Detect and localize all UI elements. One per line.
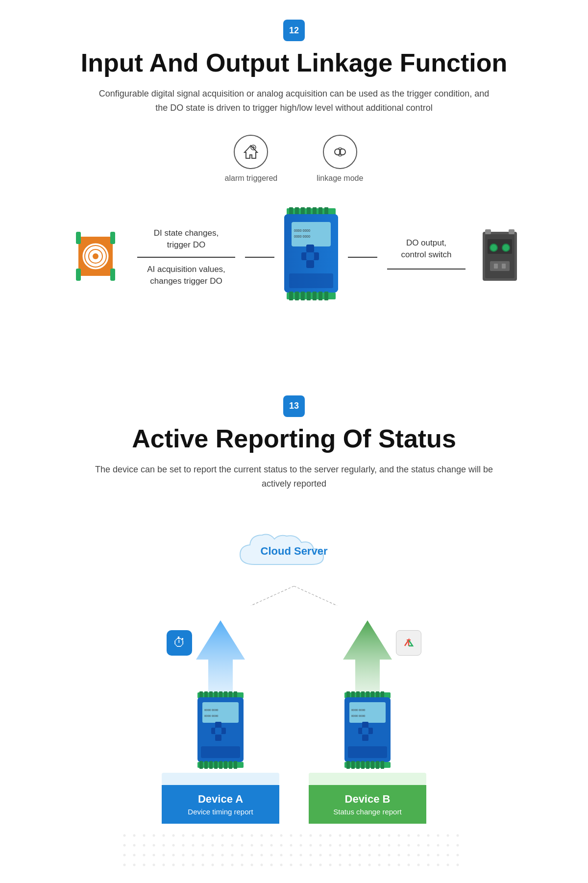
svg-rect-33	[306, 252, 314, 260]
device-a-device: 0000 0000 0000 0000	[194, 691, 247, 772]
device-a-col: ⏱	[162, 620, 279, 824]
device-b-device: 0000 0000 0000 0000	[341, 691, 394, 772]
svg-rect-106	[346, 761, 350, 769]
svg-rect-103	[362, 728, 368, 734]
icons-row: alarm triggered linkage mode	[29, 135, 559, 183]
svg-rect-76	[199, 761, 203, 769]
connecting-lines	[122, 586, 466, 606]
svg-rect-111	[371, 761, 374, 769]
svg-rect-39	[307, 292, 311, 300]
svg-rect-81	[224, 761, 227, 769]
svg-marker-85	[343, 620, 392, 694]
svg-rect-31	[306, 260, 314, 268]
svg-text:0000 0000: 0000 0000	[351, 714, 366, 717]
svg-rect-102	[362, 722, 368, 728]
svg-rect-37	[295, 292, 299, 300]
svg-line-53	[251, 586, 294, 606]
svg-rect-49	[494, 264, 498, 269]
svg-rect-104	[348, 746, 387, 758]
alarm-label: alarm triggered	[225, 174, 278, 183]
relay-device	[480, 227, 519, 288]
cloud-diagram: Cloud Server ⏱	[122, 511, 466, 873]
change-icon	[396, 630, 421, 656]
arrow-up-blue-svg	[194, 620, 247, 694]
di-text-top: DI state changes, trigger DO	[154, 227, 219, 251]
svg-rect-112	[376, 761, 379, 769]
section2-title: Active Reporting Of Status	[29, 425, 559, 453]
section1-diagram: DI state changes, trigger DO AI acquisit…	[29, 207, 559, 307]
svg-rect-13	[110, 232, 115, 244]
text-labels-group: DI state changes, trigger DO AI acquisit…	[137, 227, 235, 287]
svg-rect-47	[502, 244, 510, 251]
svg-rect-42	[324, 292, 328, 300]
do-text-group: DO output, control switch	[387, 237, 466, 277]
svg-rect-32	[306, 245, 314, 252]
do-text: DO output, control switch	[401, 237, 452, 261]
svg-point-11	[93, 253, 98, 259]
svg-text:0000 0000: 0000 0000	[204, 714, 219, 717]
device-b-col: 0000 0000 0000 0000	[309, 620, 426, 824]
svg-rect-12	[76, 232, 81, 244]
section1-description: Configurable digital signal acquisition …	[93, 87, 495, 115]
cloud-server-label: Cloud Server	[261, 545, 328, 557]
svg-rect-15	[110, 269, 115, 281]
svg-rect-107	[351, 761, 355, 769]
section1-title: Input And Output Linkage Function	[29, 49, 559, 77]
svg-rect-51	[485, 229, 491, 234]
svg-rect-79	[214, 761, 218, 769]
timing-icon: ⏱	[167, 630, 192, 656]
section2-description: The device can be set to report the curr…	[93, 463, 495, 491]
dot-grid-bg	[122, 834, 466, 873]
svg-rect-26	[292, 222, 331, 246]
svg-point-6	[339, 153, 341, 155]
svg-rect-101	[362, 735, 368, 741]
svg-rect-48	[490, 261, 510, 271]
svg-rect-82	[229, 761, 232, 769]
svg-rect-71	[215, 735, 221, 741]
svg-text:0000 0000: 0000 0000	[294, 235, 310, 238]
devices-row: ⏱	[122, 620, 466, 824]
section1-badge: 12	[29, 20, 559, 41]
svg-rect-77	[204, 761, 208, 769]
alarm-icon	[234, 135, 268, 169]
svg-rect-34	[289, 273, 333, 288]
svg-marker-55	[196, 620, 245, 694]
svg-rect-36	[289, 292, 293, 300]
arrow-up-green-svg	[341, 620, 394, 694]
svg-rect-40	[313, 292, 317, 300]
svg-text:0000 0000: 0000 0000	[294, 229, 310, 232]
linkage-icon	[323, 135, 357, 169]
linkage-label: linkage mode	[317, 174, 363, 183]
connector-right	[348, 257, 377, 258]
device-a-box: Device A Device timing report	[162, 785, 279, 824]
svg-rect-80	[219, 761, 222, 769]
section1: 12 Input And Output Linkage Function Con…	[0, 0, 588, 346]
svg-rect-96	[349, 702, 386, 723]
section2-badge: 13	[29, 395, 559, 417]
sensor-device	[69, 227, 122, 288]
svg-rect-108	[356, 761, 360, 769]
svg-rect-46	[490, 244, 497, 251]
svg-rect-113	[381, 761, 384, 769]
svg-rect-72	[215, 722, 221, 728]
svg-line-54	[294, 586, 337, 606]
svg-rect-50	[502, 264, 506, 269]
svg-rect-78	[209, 761, 213, 769]
device-b-box: Device B Status change report	[309, 785, 426, 824]
svg-rect-109	[361, 761, 365, 769]
svg-text:0000 0000: 0000 0000	[351, 709, 366, 711]
device-a-platform	[162, 773, 279, 785]
svg-rect-83	[234, 761, 237, 769]
svg-rect-74	[201, 746, 240, 758]
svg-rect-38	[301, 292, 305, 300]
svg-rect-41	[318, 292, 322, 300]
svg-rect-14	[76, 269, 81, 281]
device-b-platform	[309, 773, 426, 785]
cloud-row: Cloud Server	[122, 511, 466, 576]
di-text-bot: AI acquisition values, changes trigger D…	[147, 264, 225, 287]
svg-rect-52	[509, 229, 514, 234]
section2: 13 Active Reporting Of Status The device…	[0, 366, 588, 883]
svg-rect-115	[122, 834, 466, 873]
svg-rect-110	[366, 761, 369, 769]
svg-rect-66	[202, 702, 239, 723]
